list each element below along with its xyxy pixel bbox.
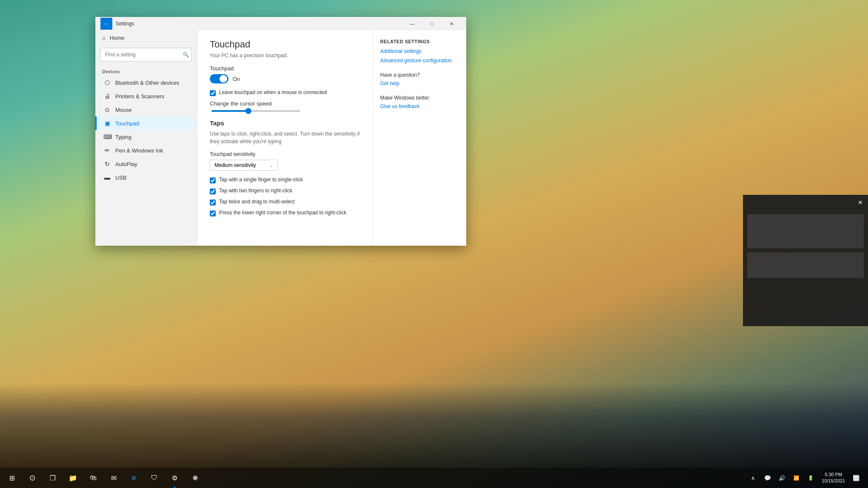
sidebar-item-usb[interactable]: ▬ USB	[95, 171, 197, 184]
taskbar-battery[interactable]: 🔋	[804, 468, 818, 488]
search-box: 🔍	[100, 48, 192, 61]
taskbar-chevron[interactable]: ∧	[746, 468, 760, 488]
taskbar-task-view[interactable]: ❐	[42, 468, 63, 488]
tap-two-checkbox[interactable]	[210, 189, 216, 194]
tap-single-row: Tap with a single finger to single-click	[210, 177, 360, 183]
main-content: Touchpad Your PC has a precision touchpa…	[197, 30, 373, 246]
file-explorer-icon: 📁	[69, 474, 77, 482]
pen-icon: ✏	[103, 147, 111, 154]
clock-date: 10/15/2021	[822, 478, 845, 484]
dark-panel-box-1	[747, 214, 864, 248]
usb-icon: ▬	[103, 174, 111, 181]
sidebar-item-label: Touchpad	[115, 120, 139, 127]
related-settings-title: Related settings	[380, 39, 459, 44]
search-button[interactable]: 🔍	[183, 52, 189, 58]
slider-label: Change the cursor speed	[210, 100, 360, 107]
sidebar-item-typing[interactable]: ⌨ Typing	[95, 130, 197, 144]
sidebar-item-touchpad[interactable]: ▣ Touchpad	[95, 116, 197, 130]
sidebar-item-label: Printers & Scanners	[115, 93, 164, 100]
taskbar-search-icon: ⊙	[29, 473, 36, 482]
touchpad-toggle[interactable]	[210, 74, 228, 83]
sidebar-item-mouse[interactable]: ⊙ Mouse	[95, 103, 197, 116]
sidebar-item-printers[interactable]: 🖨 Printers & Scanners	[95, 89, 197, 103]
taskbar-mail[interactable]: ✉	[103, 468, 124, 488]
tap-two-label: Tap with two fingers to right-click	[219, 188, 292, 194]
battery-icon: 🔋	[808, 475, 814, 481]
sidebar-item-label: AutoPlay	[115, 161, 137, 167]
make-better-title: Make Windows better	[380, 95, 459, 101]
toggle-knob	[220, 75, 227, 83]
tap-single-checkbox[interactable]	[210, 177, 216, 183]
tap-single-label: Tap with a single finger to single-click	[219, 177, 303, 183]
sidebar-item-pen[interactable]: ✏ Pen & Windows Ink	[95, 144, 197, 157]
page-title: Touchpad	[210, 39, 360, 50]
app-icon: ❋	[192, 474, 198, 482]
mouse-checkbox[interactable]	[210, 90, 216, 96]
mail-icon: ✉	[111, 474, 117, 482]
taskbar-file-explorer[interactable]: 📁	[63, 468, 83, 488]
back-button[interactable]: ←	[100, 18, 112, 30]
taskbar-store[interactable]: 🛍	[83, 468, 103, 488]
sensitivity-dropdown[interactable]: Medium sensitivity ⌄	[210, 160, 278, 171]
sidebar-item-autoplay[interactable]: ↻ AutoPlay	[95, 157, 197, 171]
minimize-button[interactable]: —	[403, 17, 422, 30]
touchpad-toggle-row: On	[210, 74, 360, 83]
taskbar-shield[interactable]: 🛡	[144, 468, 164, 488]
gesture-config-link[interactable]: Advanced gesture configuration	[380, 58, 459, 64]
task-view-icon: ❐	[50, 474, 56, 482]
taskbar-action-center[interactable]: ⬜	[849, 468, 863, 488]
start-button[interactable]: ⊞	[2, 468, 22, 488]
autoplay-icon: ↻	[103, 161, 111, 167]
slider-thumb[interactable]	[245, 108, 251, 114]
taskbar-app[interactable]: ❋	[185, 468, 205, 488]
back-icon: ←	[104, 21, 109, 27]
search-input[interactable]	[100, 48, 192, 61]
taskbar-network[interactable]: 📶	[790, 468, 803, 488]
taskbar-settings[interactable]: ⚙	[164, 468, 185, 488]
settings-icon: ⚙	[172, 474, 178, 482]
taskbar-chat[interactable]: 💬	[761, 468, 774, 488]
tap-twice-label: Tap twice and drag to multi-select	[219, 199, 295, 205]
taps-description: Use taps to click, right-click, and sele…	[210, 130, 360, 145]
window-controls: — □ ✕	[403, 17, 461, 30]
question-title: Have a question?	[380, 72, 459, 78]
maximize-button[interactable]: □	[422, 17, 442, 30]
tap-twice-row: Tap twice and drag to multi-select	[210, 199, 360, 205]
mouse-icon: ⊙	[103, 106, 111, 113]
close-button[interactable]: ✕	[442, 17, 461, 30]
taskbar: ⊞ ⊙ ❐ 📁 🛍 ✉ e 🛡 ⚙ ❋ ∧ 💬 🔊 📶	[0, 468, 868, 488]
shield-icon: 🛡	[151, 474, 158, 482]
printer-icon: 🖨	[103, 93, 111, 100]
taskbar-search[interactable]: ⊙	[22, 468, 42, 488]
get-help-link[interactable]: Get help	[380, 80, 459, 86]
sidebar-item-label: Mouse	[115, 107, 132, 113]
tap-twice-checkbox[interactable]	[210, 200, 216, 205]
dark-panel-close-button[interactable]: ✕	[855, 197, 865, 208]
home-icon: ⌂	[102, 35, 106, 41]
taps-section: Taps Use taps to click, right-click, and…	[210, 119, 360, 216]
typing-icon: ⌨	[103, 133, 111, 140]
tap-corner-row: Press the lower right corner of the touc…	[210, 210, 360, 216]
volume-icon: 🔊	[779, 475, 785, 481]
slider-track[interactable]	[211, 110, 300, 112]
sidebar-item-bluetooth[interactable]: ⬡ Bluetooth & Other devices	[95, 76, 197, 89]
mouse-checkbox-label: Leave touchpad on when a mouse is connec…	[219, 89, 327, 95]
system-clock[interactable]: 5:30 PM 10/15/2021	[818, 468, 849, 488]
dark-panel-body	[743, 210, 868, 326]
dark-panel-box-2	[747, 252, 864, 278]
edge-icon: e	[132, 474, 136, 482]
taskbar-volume[interactable]: 🔊	[775, 468, 789, 488]
additional-settings-link[interactable]: Additional settings	[380, 48, 459, 54]
title-bar: ← Settings — □ ✕	[95, 17, 466, 30]
chat-icon: 💬	[764, 475, 771, 481]
sidebar-item-label: USB	[115, 175, 127, 181]
taskbar-edge[interactable]: e	[124, 468, 144, 488]
sidebar-item-label: Bluetooth & Other devices	[115, 80, 179, 86]
give-feedback-link[interactable]: Give us feedback	[380, 103, 459, 109]
touchpad-icon: ▣	[103, 120, 111, 127]
settings-window: ← Settings — □ ✕ ⌂ Home 🔍	[95, 17, 466, 246]
bluetooth-icon: ⬡	[103, 79, 111, 86]
tap-corner-checkbox[interactable]	[210, 211, 216, 216]
sensitivity-value: Medium sensitivity	[214, 162, 256, 168]
sidebar-item-home[interactable]: ⌂ Home	[95, 30, 197, 45]
